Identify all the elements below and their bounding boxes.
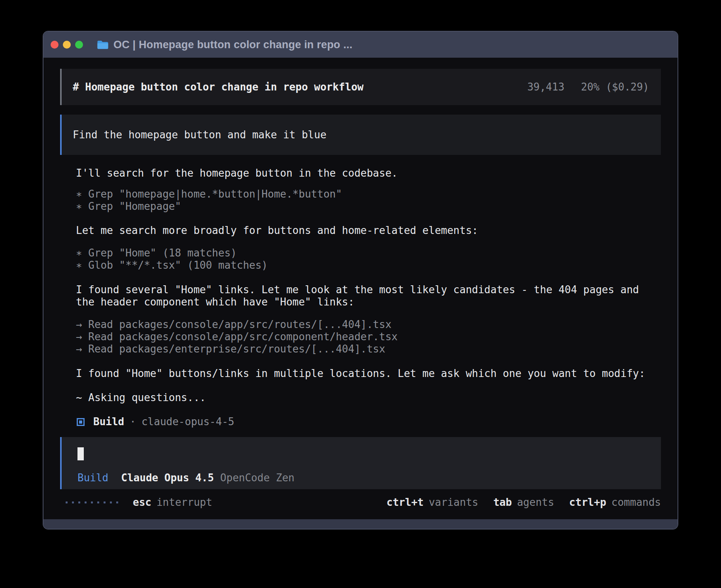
read-tool-call: → Read packages/console/app/src/componen… bbox=[76, 331, 661, 343]
assistant-text-intro: I'll search for the homepage button in t… bbox=[76, 167, 661, 179]
read-tool-call: → Read packages/console/app/src/routes/[… bbox=[76, 318, 661, 331]
text-cursor bbox=[77, 447, 84, 460]
esc-key-hint: esc bbox=[133, 496, 151, 509]
shortcut-key: tab bbox=[493, 496, 512, 509]
session-title: # Homepage button color change in repo w… bbox=[73, 81, 364, 93]
esc-key-label: interrupt bbox=[157, 496, 212, 509]
shortcut-key: ctrl+t bbox=[387, 496, 424, 509]
tool-call-group: ∗ Grep "Home" (18 matches) ∗ Glob "**/*.… bbox=[76, 247, 661, 271]
input-model-label[interactable]: Claude Opus 4.5 bbox=[121, 472, 214, 484]
agent-status-line: Build · claude-opus-4-5 bbox=[77, 416, 661, 428]
build-agent-icon bbox=[77, 418, 85, 426]
status-footer: esc interrupt ctrl+t variants tab agents… bbox=[60, 496, 661, 509]
fullscreen-window-button[interactable] bbox=[75, 41, 83, 49]
agent-name: Build bbox=[93, 416, 124, 428]
window-titlebar[interactable]: OC | Homepage button color change in rep… bbox=[43, 32, 678, 58]
user-message-text: Find the homepage button and make it blu… bbox=[73, 129, 327, 141]
shortcut-label: agents bbox=[517, 496, 554, 509]
input-status-bar: Build Claude Opus 4.5 OpenCode Zen bbox=[77, 472, 645, 484]
footer-shortcuts: ctrl+t variants tab agents ctrl+p comman… bbox=[372, 496, 661, 509]
glob-tool-call: ∗ Glob "**/*.tsx" (100 matches) bbox=[76, 259, 661, 271]
grep-tool-call: ∗ Grep "Homepage" bbox=[76, 200, 661, 213]
asking-questions-status: ~ Asking questions... bbox=[76, 392, 661, 404]
shortcut-variants: ctrl+t variants bbox=[387, 496, 478, 509]
minimize-window-button[interactable] bbox=[63, 41, 71, 49]
shortcut-label: commands bbox=[612, 496, 661, 509]
read-tool-group: → Read packages/console/app/src/routes/[… bbox=[76, 318, 661, 355]
shortcut-agents: tab agents bbox=[493, 496, 554, 509]
tool-call-group: ∗ Grep "homepage|home.*button|Home.*butt… bbox=[76, 188, 661, 213]
terminal-content: # Homepage button color change in repo w… bbox=[43, 58, 678, 519]
assistant-text-ask: I found "Home" buttons/links in multiple… bbox=[76, 368, 661, 380]
agent-separator: · bbox=[130, 416, 136, 428]
close-window-button[interactable] bbox=[51, 41, 59, 49]
window-title: OC | Homepage button color change in rep… bbox=[113, 39, 353, 51]
footer-left: esc interrupt bbox=[66, 496, 212, 509]
shortcut-key: ctrl+p bbox=[569, 496, 606, 509]
read-tool-call: → Read packages/enterprise/src/routes/[.… bbox=[76, 343, 661, 355]
terminal-window: OC | Homepage button color change in rep… bbox=[43, 31, 678, 530]
prompt-input[interactable]: Build Claude Opus 4.5 OpenCode Zen bbox=[60, 437, 661, 489]
grep-tool-call: ∗ Grep "Home" (18 matches) bbox=[76, 247, 661, 259]
spinner-dots bbox=[66, 501, 123, 503]
agent-model: claude-opus-4-5 bbox=[142, 416, 234, 428]
user-message: Find the homepage button and make it blu… bbox=[60, 115, 661, 155]
shortcut-label: variants bbox=[429, 496, 478, 509]
input-provider-label: OpenCode Zen bbox=[220, 472, 294, 484]
shortcut-commands: ctrl+p commands bbox=[569, 496, 661, 509]
assistant-text-broaden: Let me search more broadly for buttons a… bbox=[76, 224, 661, 237]
session-header: # Homepage button color change in repo w… bbox=[60, 69, 661, 105]
window-bottom-edge bbox=[43, 519, 678, 530]
input-mode-label[interactable]: Build bbox=[77, 472, 108, 484]
grep-tool-call: ∗ Grep "homepage|home.*button|Home.*butt… bbox=[76, 188, 661, 200]
assistant-text-candidates: I found several "Home" links. Let me loo… bbox=[76, 284, 661, 308]
token-count: 39,413 bbox=[527, 81, 564, 93]
context-usage-cost: 20% ($0.29) bbox=[581, 81, 649, 93]
session-stats: 39,413 20% ($0.29) bbox=[527, 81, 649, 93]
folder-icon bbox=[97, 40, 109, 50]
